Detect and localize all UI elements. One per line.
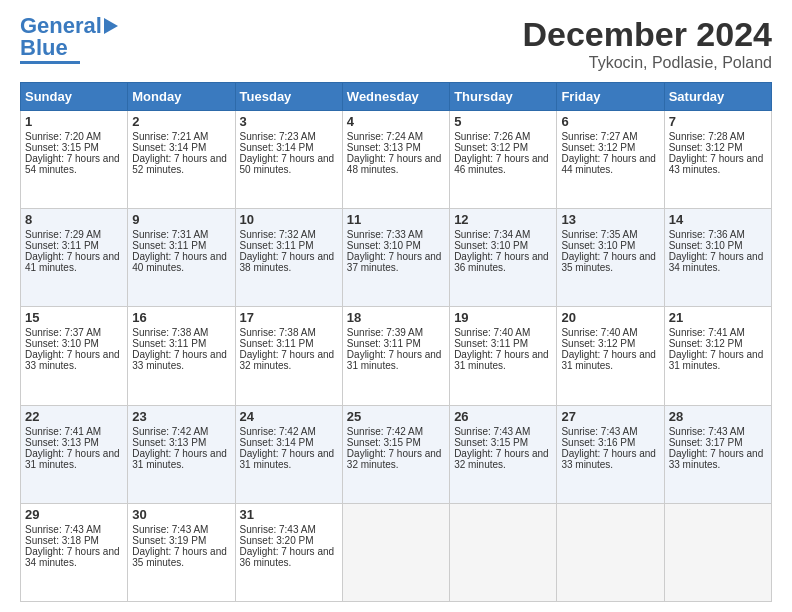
cell-day-number: 2 (132, 114, 230, 129)
cell-daylight: Daylight: 7 hours and 35 minutes. (561, 251, 659, 273)
logo-arrow-icon (104, 18, 118, 34)
cell-day-number: 1 (25, 114, 123, 129)
cell-daylight: Daylight: 7 hours and 40 minutes. (132, 251, 230, 273)
table-row: 26Sunrise: 7:43 AMSunset: 3:15 PMDayligh… (450, 405, 557, 503)
cell-day-number: 4 (347, 114, 445, 129)
table-row (664, 503, 771, 601)
cell-sunrise: Sunrise: 7:43 AM (240, 524, 338, 535)
table-row: 4Sunrise: 7:24 AMSunset: 3:13 PMDaylight… (342, 111, 449, 209)
cell-day-number: 7 (669, 114, 767, 129)
table-row: 15Sunrise: 7:37 AMSunset: 3:10 PMDayligh… (21, 307, 128, 405)
cell-sunrise: Sunrise: 7:36 AM (669, 229, 767, 240)
cell-day-number: 14 (669, 212, 767, 227)
cell-day-number: 23 (132, 409, 230, 424)
cell-sunset: Sunset: 3:11 PM (347, 338, 445, 349)
cell-daylight: Daylight: 7 hours and 35 minutes. (132, 546, 230, 568)
table-row: 25Sunrise: 7:42 AMSunset: 3:15 PMDayligh… (342, 405, 449, 503)
table-row: 30Sunrise: 7:43 AMSunset: 3:19 PMDayligh… (128, 503, 235, 601)
table-row (342, 503, 449, 601)
cell-sunset: Sunset: 3:12 PM (561, 338, 659, 349)
cell-daylight: Daylight: 7 hours and 41 minutes. (25, 251, 123, 273)
table-row (557, 503, 664, 601)
table-row: 24Sunrise: 7:42 AMSunset: 3:14 PMDayligh… (235, 405, 342, 503)
cell-day-number: 26 (454, 409, 552, 424)
cell-sunrise: Sunrise: 7:31 AM (132, 229, 230, 240)
cell-daylight: Daylight: 7 hours and 33 minutes. (132, 349, 230, 371)
cell-daylight: Daylight: 7 hours and 48 minutes. (347, 153, 445, 175)
cell-day-number: 6 (561, 114, 659, 129)
cell-day-number: 12 (454, 212, 552, 227)
calendar-week-row: 8Sunrise: 7:29 AMSunset: 3:11 PMDaylight… (21, 209, 772, 307)
cell-daylight: Daylight: 7 hours and 31 minutes. (240, 448, 338, 470)
cell-sunrise: Sunrise: 7:38 AM (240, 327, 338, 338)
cell-daylight: Daylight: 7 hours and 31 minutes. (347, 349, 445, 371)
table-row: 11Sunrise: 7:33 AMSunset: 3:10 PMDayligh… (342, 209, 449, 307)
calendar-table: Sunday Monday Tuesday Wednesday Thursday… (20, 82, 772, 602)
cell-sunset: Sunset: 3:11 PM (132, 338, 230, 349)
cell-daylight: Daylight: 7 hours and 34 minutes. (25, 546, 123, 568)
cell-sunrise: Sunrise: 7:43 AM (561, 426, 659, 437)
header-saturday: Saturday (664, 83, 771, 111)
table-row: 8Sunrise: 7:29 AMSunset: 3:11 PMDaylight… (21, 209, 128, 307)
cell-sunrise: Sunrise: 7:42 AM (240, 426, 338, 437)
cell-daylight: Daylight: 7 hours and 31 minutes. (132, 448, 230, 470)
cell-sunrise: Sunrise: 7:42 AM (347, 426, 445, 437)
cell-sunset: Sunset: 3:14 PM (240, 437, 338, 448)
logo-blue: Blue (20, 37, 68, 59)
location-subtitle: Tykocin, Podlasie, Poland (522, 54, 772, 72)
cell-daylight: Daylight: 7 hours and 31 minutes. (25, 448, 123, 470)
cell-daylight: Daylight: 7 hours and 31 minutes. (561, 349, 659, 371)
table-row: 18Sunrise: 7:39 AMSunset: 3:11 PMDayligh… (342, 307, 449, 405)
calendar-week-row: 1Sunrise: 7:20 AMSunset: 3:15 PMDaylight… (21, 111, 772, 209)
table-row: 31Sunrise: 7:43 AMSunset: 3:20 PMDayligh… (235, 503, 342, 601)
cell-daylight: Daylight: 7 hours and 33 minutes. (669, 448, 767, 470)
cell-day-number: 30 (132, 507, 230, 522)
cell-sunrise: Sunrise: 7:28 AM (669, 131, 767, 142)
title-block: December 2024 Tykocin, Podlasie, Poland (522, 15, 772, 72)
table-row: 22Sunrise: 7:41 AMSunset: 3:13 PMDayligh… (21, 405, 128, 503)
cell-sunset: Sunset: 3:10 PM (347, 240, 445, 251)
table-row: 9Sunrise: 7:31 AMSunset: 3:11 PMDaylight… (128, 209, 235, 307)
cell-day-number: 29 (25, 507, 123, 522)
table-row: 17Sunrise: 7:38 AMSunset: 3:11 PMDayligh… (235, 307, 342, 405)
calendar-week-row: 29Sunrise: 7:43 AMSunset: 3:18 PMDayligh… (21, 503, 772, 601)
header-friday: Friday (557, 83, 664, 111)
cell-sunrise: Sunrise: 7:40 AM (454, 327, 552, 338)
cell-sunrise: Sunrise: 7:39 AM (347, 327, 445, 338)
cell-sunrise: Sunrise: 7:26 AM (454, 131, 552, 142)
month-year-title: December 2024 (522, 15, 772, 54)
table-row: 16Sunrise: 7:38 AMSunset: 3:11 PMDayligh… (128, 307, 235, 405)
cell-sunrise: Sunrise: 7:32 AM (240, 229, 338, 240)
cell-sunset: Sunset: 3:11 PM (454, 338, 552, 349)
cell-day-number: 24 (240, 409, 338, 424)
cell-sunset: Sunset: 3:11 PM (25, 240, 123, 251)
table-row: 13Sunrise: 7:35 AMSunset: 3:10 PMDayligh… (557, 209, 664, 307)
table-row: 5Sunrise: 7:26 AMSunset: 3:12 PMDaylight… (450, 111, 557, 209)
cell-day-number: 13 (561, 212, 659, 227)
cell-sunset: Sunset: 3:10 PM (561, 240, 659, 251)
cell-day-number: 8 (25, 212, 123, 227)
cell-daylight: Daylight: 7 hours and 52 minutes. (132, 153, 230, 175)
cell-day-number: 28 (669, 409, 767, 424)
cell-sunrise: Sunrise: 7:21 AM (132, 131, 230, 142)
cell-daylight: Daylight: 7 hours and 33 minutes. (561, 448, 659, 470)
cell-daylight: Daylight: 7 hours and 32 minutes. (240, 349, 338, 371)
table-row: 19Sunrise: 7:40 AMSunset: 3:11 PMDayligh… (450, 307, 557, 405)
header-wednesday: Wednesday (342, 83, 449, 111)
cell-daylight: Daylight: 7 hours and 36 minutes. (454, 251, 552, 273)
cell-daylight: Daylight: 7 hours and 31 minutes. (669, 349, 767, 371)
cell-sunrise: Sunrise: 7:42 AM (132, 426, 230, 437)
cell-sunset: Sunset: 3:12 PM (669, 142, 767, 153)
cell-day-number: 10 (240, 212, 338, 227)
table-row: 21Sunrise: 7:41 AMSunset: 3:12 PMDayligh… (664, 307, 771, 405)
cell-sunrise: Sunrise: 7:43 AM (454, 426, 552, 437)
table-row: 12Sunrise: 7:34 AMSunset: 3:10 PMDayligh… (450, 209, 557, 307)
cell-sunrise: Sunrise: 7:35 AM (561, 229, 659, 240)
cell-sunset: Sunset: 3:17 PM (669, 437, 767, 448)
header-thursday: Thursday (450, 83, 557, 111)
cell-daylight: Daylight: 7 hours and 32 minutes. (454, 448, 552, 470)
cell-sunrise: Sunrise: 7:43 AM (25, 524, 123, 535)
cell-day-number: 11 (347, 212, 445, 227)
cell-sunset: Sunset: 3:10 PM (25, 338, 123, 349)
header-monday: Monday (128, 83, 235, 111)
